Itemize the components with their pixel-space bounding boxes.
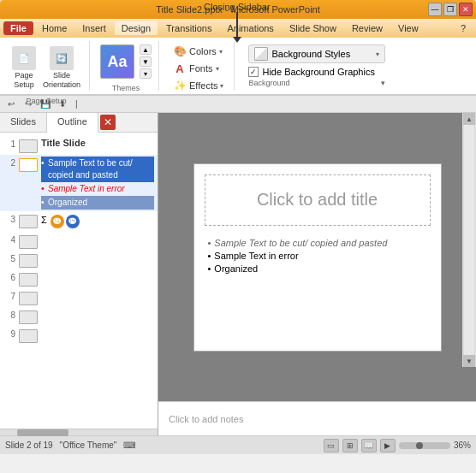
slide-title-placeholder-text: Click to add title	[257, 190, 378, 210]
background-styles-button[interactable]: Background Styles ▾	[248, 44, 385, 63]
quick-access-separator: |	[75, 99, 78, 109]
effects-dropdown-arrow: ▾	[220, 82, 223, 90]
scroll-up-arrow[interactable]: ▲	[463, 113, 475, 125]
slide-number: 7	[3, 292, 15, 301]
window-controls: — ❐ ✕	[428, 3, 473, 16]
slide-number: 4	[3, 235, 15, 245]
left-panel: Slides Outline ✕ 1 Title Slide 2 Sample …	[0, 113, 158, 435]
menu-home[interactable]: Home	[35, 21, 74, 35]
zoom-slider[interactable]	[399, 442, 450, 449]
themes-group-label: Themes	[112, 82, 140, 92]
status-bar: Slide 2 of 19 "Office Theme" ⌨ ▭ ⊞ 📖 ▶ 3…	[0, 435, 476, 454]
page-setup-label: PageSetup	[14, 71, 34, 90]
page-setup-button[interactable]: 📄 PageSetup	[10, 44, 38, 92]
themes-items: Aa ▲ ▼ ▾	[100, 41, 152, 82]
main-area: Slides Outline ✕ 1 Title Slide 2 Sample …	[0, 113, 476, 435]
menu-design[interactable]: Design	[115, 21, 158, 35]
slide-canvas-area: ▲ ▼ Click to add title Sample Text to be…	[158, 113, 476, 401]
fonts-button[interactable]: A Fonts ▾	[170, 62, 223, 75]
effects-icon: ✨	[173, 80, 187, 92]
slide-outline-content: Title Slide	[41, 138, 154, 150]
theme-down[interactable]: ▼	[140, 56, 152, 67]
notes-area[interactable]: Click to add notes	[158, 401, 476, 435]
scroll-down-arrow[interactable]: ▼	[463, 355, 475, 367]
annotation-arrow	[236, 12, 238, 38]
outline-item: Organized	[41, 196, 154, 210]
slide-thumbnail	[19, 235, 38, 249]
restore-button[interactable]: ❐	[443, 3, 457, 16]
background-styles-dropdown: ▾	[376, 50, 379, 58]
tab-slides[interactable]: Slides	[0, 113, 47, 132]
slide-number: 1	[3, 139, 15, 149]
effects-label: Effects	[189, 80, 217, 91]
menu-view[interactable]: View	[391, 21, 425, 35]
left-panel-scrollbar[interactable]	[0, 429, 158, 435]
annotation-label: Closing Sidebar	[204, 2, 271, 38]
slide-title-placeholder[interactable]: Click to add title	[205, 174, 431, 226]
qa-save[interactable]: 💾	[38, 98, 53, 111]
theme-up[interactable]: ▲	[140, 44, 152, 55]
list-item: 6	[0, 269, 158, 288]
right-scrollbar[interactable]: ▲ ▼	[462, 113, 476, 367]
panel-close-button[interactable]: ✕	[100, 115, 116, 130]
list-item: 2 Sample Text to be cut/ copied and past…	[0, 155, 158, 211]
quick-access-toolbar: ↩ ↪ 💾 ⬇ |	[0, 96, 476, 113]
slide-thumbnail	[19, 139, 38, 153]
slide-body-item: Sample Text in error	[208, 251, 427, 261]
body-text-1: Sample Text to be cut/ copied and pasted	[214, 238, 387, 248]
menu-review[interactable]: Review	[345, 21, 390, 35]
menu-help[interactable]: ?	[454, 21, 473, 35]
colors-icon: 🎨	[173, 45, 187, 57]
list-item: 5	[0, 251, 158, 269]
outline-item: Sample Text in error	[41, 182, 154, 196]
hide-background-checkbox[interactable]	[248, 67, 259, 77]
panel-tabs: Slides Outline ✕	[0, 113, 158, 133]
slide-body-item: Sample Text to be cut/ copied and pasted	[208, 238, 427, 248]
slide-thumbnail	[19, 292, 38, 305]
scrollbar-thumb	[17, 429, 68, 436]
theme-more[interactable]: ▾	[140, 68, 152, 79]
qa-undo[interactable]: ↩	[3, 98, 19, 111]
scroll-track	[464, 125, 474, 355]
slide-thumbnail	[19, 158, 38, 172]
slide-outline-content: Sample Text to be cut/ copied and pasted…	[41, 157, 154, 210]
sigma-symbol: Σ	[41, 215, 47, 228]
ribbon-group-cfe: 🎨 Colors ▾ A Fonts ▾ ✨ Effects ▾	[166, 41, 235, 91]
theme-name: "Office Theme"	[60, 440, 117, 450]
reading-view-button[interactable]: 📖	[361, 439, 377, 452]
slide-body-content: Sample Text to be cut/ copied and pasted…	[205, 234, 431, 280]
status-left: Slide 2 of 19 "Office Theme" ⌨	[5, 440, 317, 450]
orientation-icon: 🔄	[50, 46, 74, 70]
slide-sorter-button[interactable]: ⊞	[342, 439, 358, 452]
slide-thumbnail	[19, 254, 38, 268]
minimize-button[interactable]: —	[428, 3, 442, 16]
menu-insert[interactable]: Insert	[75, 21, 113, 35]
background-expand-icon[interactable]: ▾	[381, 79, 385, 87]
symbols-row: Σ ⓮ ⓯	[41, 213, 154, 230]
menu-slideshow[interactable]: Slide Show	[283, 21, 343, 35]
slideshow-button[interactable]: ▶	[380, 439, 396, 452]
qa-redo[interactable]: ↪	[21, 98, 36, 111]
fonts-dropdown-arrow: ▾	[216, 65, 219, 73]
colors-dropdown-arrow: ▾	[219, 48, 223, 56]
outline-item: Sample Text to be cut/ copied and pasted	[41, 157, 154, 182]
theme-box[interactable]: Aa	[100, 44, 134, 79]
slide-orientation-button[interactable]: 🔄 SlideOrientation	[41, 44, 82, 92]
hide-background-label: Hide Background Graphics	[262, 67, 374, 77]
tab-outline[interactable]: Outline	[47, 113, 98, 133]
orientation-label: SlideOrientation	[43, 71, 80, 90]
language-icon: ⌨	[123, 440, 135, 450]
page-setup-icon: 📄	[12, 46, 36, 70]
slide-number: 3	[3, 215, 15, 224]
colors-button[interactable]: 🎨 Colors ▾	[170, 44, 226, 58]
right-area: ▲ ▼ Click to add title Sample Text to be…	[158, 113, 476, 435]
effects-button[interactable]: ✨ Effects ▾	[170, 79, 227, 92]
file-menu[interactable]: File	[3, 21, 33, 35]
normal-view-button[interactable]: ▭	[324, 439, 339, 452]
slide-number: 6	[3, 273, 15, 282]
close-button[interactable]: ✕	[459, 3, 473, 16]
qa-dropdown[interactable]: ⬇	[55, 98, 70, 111]
page-setup-items: 📄 PageSetup 🔄 SlideOrientation	[10, 41, 82, 95]
theme-arrows: ▲ ▼ ▾	[140, 44, 152, 79]
list-item: 9	[0, 326, 158, 345]
